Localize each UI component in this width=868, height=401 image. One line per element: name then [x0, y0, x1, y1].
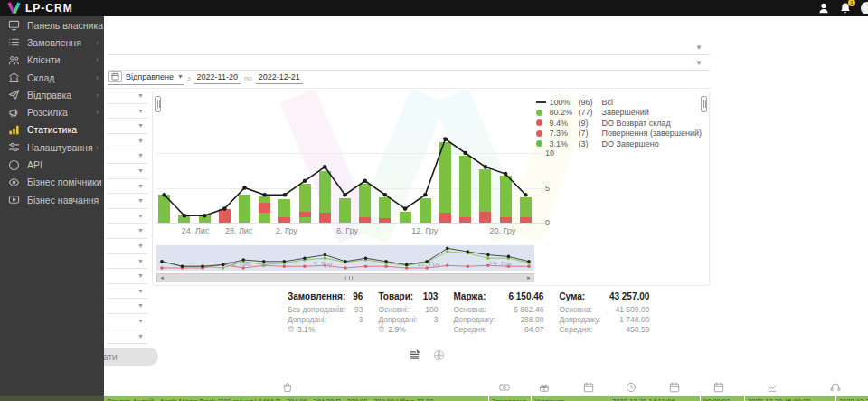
date-to-input[interactable]: 2022-12-21	[256, 72, 303, 84]
chevron-down-icon: ▼	[137, 272, 144, 279]
filter-select-1[interactable]: ▼	[108, 41, 710, 55]
legend-entry[interactable]: 7.3%(7)Повернення (завершений)	[536, 129, 702, 139]
sidebar-item-mailing[interactable]: Розсилка›	[0, 103, 104, 120]
table-cell[interactable]: Замовлено	[489, 396, 531, 401]
table-cell[interactable]: 2022-12-20 14:10:06	[609, 396, 700, 401]
y-tick-label: 10	[545, 148, 554, 158]
table-cell[interactable]: 2022-12-20 15:00:00	[745, 396, 835, 401]
sidebar-nav: Панель власникаЗамовлення›Клієнти›Склад›…	[0, 16, 104, 401]
sidebar-item-orders[interactable]: Замовлення›	[0, 33, 104, 51]
sidebar-item-label: Замовлення	[27, 37, 81, 48]
sidebar-item-settings[interactable]: Налаштування›	[0, 138, 104, 156]
filter-select-2[interactable]: ▼	[108, 56, 710, 71]
api-icon	[8, 159, 20, 171]
table-cell[interactable]: 00:00:00	[701, 396, 744, 401]
summary-sub-label: Основна:	[453, 305, 486, 315]
table-cell[interactable]: Укрпошта	[532, 396, 609, 401]
side-filter-select[interactable]: ▼	[107, 164, 147, 179]
legend-entry[interactable]: 3.1%(3)DO Завершено	[536, 138, 702, 149]
sidebar-item-label: Розсилка	[27, 107, 68, 118]
side-filter-select[interactable]: ▼	[107, 254, 147, 270]
sidebar-item-label: Статистика	[27, 124, 77, 135]
side-filter-select[interactable]: ▼	[107, 299, 147, 314]
globe-icon[interactable]	[433, 349, 445, 361]
side-filter-select[interactable]: ▼	[107, 179, 147, 195]
mini-series	[156, 245, 534, 271]
sidebar-item-shipping[interactable]: Відправка›	[0, 86, 104, 103]
chart-scrollbar[interactable]: ◄ ►	[156, 273, 534, 282]
side-filter-select[interactable]: ▼	[107, 89, 147, 104]
order-table-row[interactable]: Фролов Андрій - Apple Magic Track (200 г…	[104, 396, 868, 401]
side-filter-select[interactable]: ▼	[107, 104, 147, 119]
summary-sub-label: Середня:	[453, 325, 486, 335]
chevron-down-icon: ▼	[137, 183, 144, 189]
chart-lines-icon	[767, 382, 778, 393]
chevron-right-icon: ›	[96, 73, 99, 82]
legend-text: DO Возврат склад	[601, 119, 670, 128]
summary-sub-value: 3	[359, 315, 363, 325]
scroll-right-icon[interactable]: ►	[524, 274, 533, 282]
sidebar-item-clients[interactable]: Клієнти›	[0, 52, 104, 69]
legend-text: (9)	[578, 119, 601, 128]
bag-icon	[378, 325, 385, 335]
gift-icon	[539, 382, 550, 393]
user-icon[interactable]	[817, 2, 830, 14]
side-filter-select[interactable]: ▼	[107, 269, 147, 284]
banknote-icon	[499, 382, 510, 393]
sidebar-item-api[interactable]: API	[0, 156, 104, 173]
chevron-down-icon: ▼	[137, 243, 144, 249]
sidebar-item-statistics[interactable]: Статистика	[0, 121, 104, 138]
summary-sub-label: Основні:	[378, 305, 409, 315]
range-selector-minichart[interactable]: 28. Лис5. Гру12. Гру19. Гру	[156, 245, 534, 271]
side-filter-select[interactable]: ▼	[107, 284, 147, 300]
range-handle-left[interactable]	[155, 96, 161, 112]
side-filter-select[interactable]: ▼	[107, 329, 147, 345]
side-filter-select[interactable]: ▼	[107, 209, 147, 224]
sidebar-item-label: Клієнти	[27, 54, 60, 65]
chevron-right-icon: ›	[96, 91, 99, 100]
side-filter-select[interactable]: ▼	[107, 239, 147, 254]
notifications-bell-icon[interactable]: 1	[839, 2, 852, 14]
summary-value: 43 257.00	[609, 291, 650, 301]
helpers-icon	[8, 177, 20, 188]
sidebar-item-dashboard[interactable]: Панель власника	[0, 16, 104, 33]
summary-value: 103	[423, 291, 439, 301]
side-filter-select[interactable]: ▼	[107, 224, 147, 239]
summary-title: Замовлення:	[288, 291, 345, 301]
bag-icon	[282, 382, 293, 393]
legend-entry[interactable]: 9.4%(9)DO Возврат склад	[536, 118, 702, 129]
legend-entry[interactable]: 100%(96)Всі	[536, 97, 702, 108]
main-content: ▼ ▼ Відправлене ▼ з 2022-11-20 по 2022-1…	[104, 16, 868, 401]
avatar[interactable]	[861, 2, 868, 14]
chevron-down-icon: ▼	[137, 227, 144, 234]
search-button[interactable]: Шукати	[104, 348, 158, 366]
side-filter-select[interactable]: ▼	[107, 148, 147, 164]
sidebar-item-training[interactable]: Бізнес навчання	[0, 191, 104, 208]
table-cell[interactable]: 2022-12-21 10:07:05	[836, 396, 868, 401]
side-filter-select[interactable]: ▼	[107, 194, 147, 209]
table-cell[interactable]: Фролов Андрій - Apple Magic Track (200 г…	[104, 396, 488, 401]
side-filter-select[interactable]: ▼	[107, 119, 147, 134]
sidebar-item-warehouse[interactable]: Склад›	[0, 69, 104, 86]
range-handle-right[interactable]	[701, 96, 707, 112]
bag-icon	[288, 325, 295, 335]
notification-badge: 1	[848, 0, 855, 6]
date-from-input[interactable]: 2022-11-20	[194, 72, 241, 84]
summary-sub-value: 3	[434, 315, 439, 325]
side-filter-select[interactable]: ▼	[107, 314, 147, 329]
legend-line-marker	[536, 101, 549, 103]
mini-tick-label: 28. Лис	[227, 260, 251, 268]
clock-icon	[626, 382, 637, 393]
list-chart-icon[interactable]	[409, 349, 420, 361]
legend-entry[interactable]: 80.2%(77)Завершений	[536, 108, 702, 119]
summary-column: Маржа:6 150.46Основна:5 862.46Допродажу:…	[453, 291, 543, 335]
date-field-select[interactable]: Відправлене ▼	[108, 71, 184, 85]
sidebar-item-helpers[interactable]: Бізнес помічники	[0, 174, 104, 191]
side-filter-select[interactable]: ▼	[107, 134, 147, 149]
scrollbar-grip[interactable]	[345, 276, 353, 280]
app-logo[interactable]: LP-CRM	[7, 2, 73, 14]
x-tick-label: 20. Гру	[489, 226, 515, 235]
legend-text: 3.1%	[549, 139, 578, 148]
chevron-down-icon: ▼	[137, 302, 144, 309]
scroll-left-icon[interactable]: ◄	[157, 274, 166, 282]
